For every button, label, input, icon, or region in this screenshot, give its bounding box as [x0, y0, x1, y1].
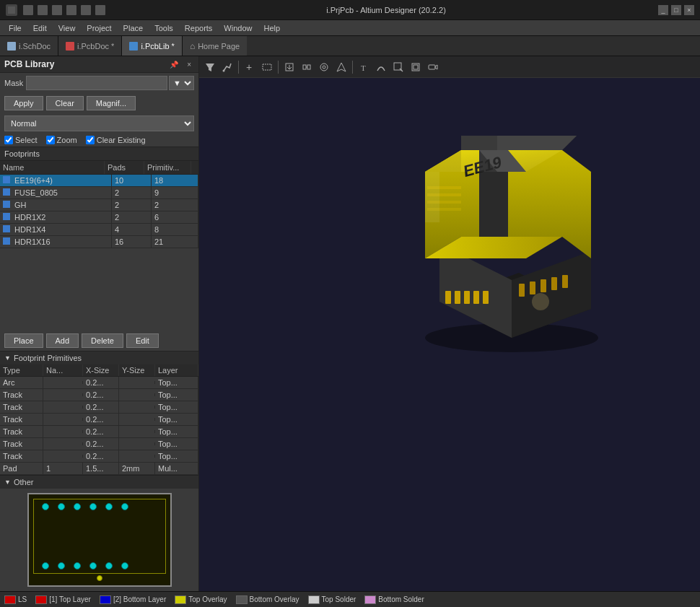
- primitive-row[interactable]: Pad 1 1.5... 2mm Mul...: [0, 463, 198, 475]
- panel-close-btn[interactable]: ×: [184, 60, 194, 69]
- mask-input[interactable]: [26, 76, 167, 90]
- status-bottom-layer[interactable]: [2] Bottom Layer: [100, 595, 166, 604]
- select-checkbox[interactable]: [4, 136, 13, 144]
- status-top-layer[interactable]: [1] Top Layer: [35, 595, 91, 604]
- mask-dropdown[interactable]: ▼: [169, 76, 194, 90]
- route-tool-btn[interactable]: [219, 59, 235, 75]
- mask-row: Mask ▼: [0, 73, 198, 93]
- text-btn[interactable]: T: [356, 59, 372, 75]
- tab-pcblib[interactable]: i.PcbLib *: [122, 36, 182, 56]
- close-window-btn[interactable]: ×: [684, 5, 694, 15]
- status-top-overlay[interactable]: Top Overlay: [175, 595, 227, 604]
- titlebar-icon: [6, 4, 17, 16]
- menu-window[interactable]: Window: [218, 22, 258, 34]
- footprint-icon: [3, 213, 10, 220]
- primitive-row[interactable]: Track 0.2... Top...: [0, 450, 198, 463]
- status-bottom-solder[interactable]: Bottom Solder: [364, 595, 424, 604]
- edit-btn[interactable]: Edit: [126, 333, 159, 348]
- prim-layer: Top...: [155, 377, 198, 388]
- table-row[interactable]: FUSE_0805 2 9: [0, 187, 198, 199]
- pcblib-icon: [129, 42, 138, 51]
- menu-reports[interactable]: Reports: [179, 22, 219, 34]
- arc-btn[interactable]: [373, 59, 389, 75]
- maximize-btn[interactable]: □: [671, 5, 681, 15]
- zoom-checkbox[interactable]: [46, 136, 55, 144]
- toolbar-icon-print[interactable]: [66, 5, 76, 15]
- footprint-pads: 2: [112, 187, 152, 198]
- clear-btn[interactable]: Clear: [46, 96, 84, 110]
- filter-tool-btn[interactable]: [202, 59, 218, 75]
- svg-rect-4: [263, 64, 271, 70]
- 3d-cam-btn[interactable]: [425, 59, 441, 75]
- primitives-table[interactable]: Type Na... X-Size Y-Size Layer Arc 0.2..…: [0, 364, 198, 475]
- select-rect-btn[interactable]: [259, 59, 275, 75]
- preview-area: [0, 489, 198, 591]
- menu-file[interactable]: File: [3, 22, 27, 34]
- add-tool-btn[interactable]: +: [242, 59, 258, 75]
- menu-tools[interactable]: Tools: [149, 22, 179, 34]
- primitive-row[interactable]: Track 0.2... Top...: [0, 438, 198, 450]
- minimize-btn[interactable]: _: [658, 5, 668, 15]
- tab-schdoc-label: i.SchDoc: [19, 42, 51, 51]
- tab-home[interactable]: ⌂ Home Page: [183, 36, 247, 56]
- panel-pin-btn[interactable]: 📌: [167, 60, 181, 69]
- footprint-icon: [3, 201, 10, 208]
- table-row[interactable]: HDR1X2 2 6: [0, 211, 198, 224]
- export-btn[interactable]: [281, 59, 297, 75]
- tab-pcbdoc[interactable]: i.PcbDoc *: [58, 36, 122, 56]
- clear-existing-checkbox[interactable]: [86, 136, 95, 144]
- menu-place[interactable]: Place: [118, 22, 149, 34]
- menu-project[interactable]: Project: [81, 22, 117, 34]
- components-btn[interactable]: [299, 59, 315, 75]
- place-btn[interactable]: Place: [4, 333, 43, 348]
- toolbar-icon-save[interactable]: [52, 5, 62, 15]
- status-top-solder[interactable]: Top Solder: [308, 595, 356, 604]
- magnify-btn[interactable]: Magnif...: [87, 96, 136, 110]
- delete-btn[interactable]: Delete: [82, 333, 123, 348]
- prim-ysize: [119, 406, 155, 409]
- apply-btn[interactable]: Apply: [4, 96, 43, 110]
- board-btn[interactable]: [408, 59, 424, 75]
- footprint-icon: [3, 188, 10, 196]
- toolbar-icon-redo[interactable]: [95, 5, 105, 15]
- toolbar-icon-new[interactable]: [23, 5, 33, 15]
- status-bottom-overlay[interactable]: Bottom Overlay: [236, 595, 299, 604]
- 3d-component-view: EE19: [367, 92, 642, 367]
- top-overlay-label: Top Overlay: [188, 595, 227, 603]
- table-row[interactable]: EE19(6+4) 10 18: [0, 175, 198, 187]
- menu-edit[interactable]: Edit: [27, 22, 53, 34]
- place-btn-3d[interactable]: [333, 59, 349, 75]
- 3d-view-panel[interactable]: + T: [199, 56, 700, 591]
- home-icon: ⌂: [190, 41, 195, 51]
- table-row[interactable]: HDR1X4 4 8: [0, 224, 198, 236]
- primitive-row[interactable]: Track 0.2... Top...: [0, 389, 198, 401]
- primitive-row[interactable]: Arc 0.2... Top...: [0, 377, 198, 389]
- prim-ysize: [119, 393, 155, 396]
- prim-col-ysize: Y-Size: [119, 364, 155, 376]
- prim-xsize: 0.2...: [83, 401, 119, 413]
- zoom-rect-btn[interactable]: [390, 59, 406, 75]
- pcbdoc-icon: [66, 42, 74, 51]
- zoom-checkbox-label[interactable]: Zoom: [46, 136, 77, 144]
- primitive-row[interactable]: Track 0.2... Top...: [0, 414, 198, 426]
- drill-btn[interactable]: [316, 59, 332, 75]
- normal-select[interactable]: Normal Zoomed Magnified: [4, 115, 194, 131]
- tab-schdoc[interactable]: i.SchDoc: [0, 36, 58, 56]
- footprint-table[interactable]: Name Pads Primitiv... EE19(6+4) 10 18 FU…: [0, 161, 198, 331]
- menu-view[interactable]: View: [53, 22, 82, 34]
- clear-existing-checkbox-label[interactable]: Clear Existing: [86, 136, 146, 144]
- menu-help[interactable]: Help: [258, 22, 286, 34]
- primitives-toggle[interactable]: ▼ Footprint Primitives: [0, 351, 198, 364]
- prim-name: 1: [43, 463, 83, 474]
- toolbar-icon-open[interactable]: [38, 5, 48, 15]
- table-row[interactable]: GH 2 2: [0, 199, 198, 211]
- add-btn[interactable]: Add: [46, 333, 79, 348]
- primitive-row[interactable]: Track 0.2... Top...: [0, 426, 198, 438]
- table-row[interactable]: HDR1X16 16 21: [0, 236, 198, 248]
- other-toggle[interactable]: ▼ Other: [0, 476, 198, 489]
- toolbar-icon-undo[interactable]: [81, 5, 91, 15]
- select-checkbox-label[interactable]: Select: [4, 136, 38, 144]
- primitive-row[interactable]: Track 0.2... Top...: [0, 401, 198, 414]
- prim-ysize: [119, 442, 155, 445]
- svg-rect-32: [541, 279, 546, 292]
